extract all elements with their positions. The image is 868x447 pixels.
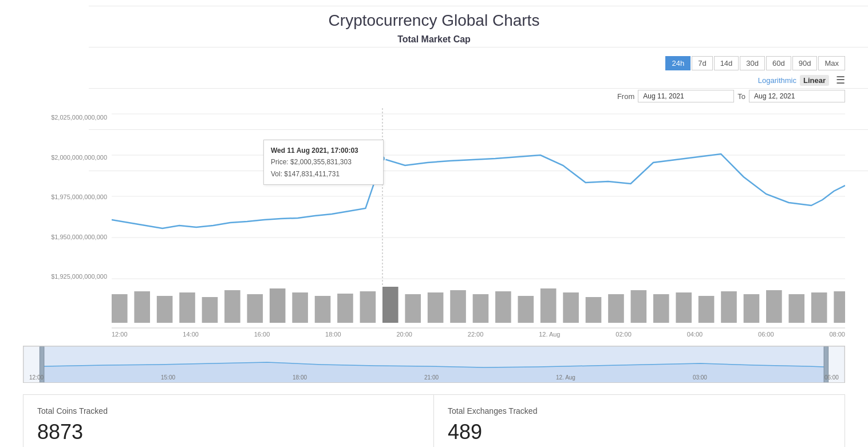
svg-rect-38: [811, 292, 827, 323]
stat-value-0: 8873: [37, 420, 420, 444]
svg-rect-11: [202, 297, 218, 323]
svg-rect-12: [224, 290, 240, 323]
time-labels: 12:00 14:00 16:00 18:00 20:00 22:00 12. …: [23, 329, 845, 340]
time-label-10: 08:00: [829, 331, 845, 338]
main-chart-area: $2,025,000,000,000 $2,000,000,000,000 $1…: [23, 108, 845, 286]
tooltip: Wed 11 Aug 2021, 17:00:03 Price: $2,000,…: [263, 140, 384, 185]
time-label-5: 22:00: [468, 331, 484, 338]
svg-rect-9: [157, 296, 173, 323]
svg-rect-25: [518, 296, 534, 323]
time-label-3: 18:00: [325, 331, 341, 338]
y-label-1: $2,000,000,000,000: [23, 154, 112, 161]
svg-rect-17: [337, 294, 353, 323]
tooltip-vol: Vol: $147,831,411,731: [271, 168, 376, 180]
stat-label-1: Total Exchanges Tracked: [448, 406, 831, 416]
time-label-0: 12:00: [112, 331, 128, 338]
svg-rect-21: [428, 292, 444, 323]
nav-label-6: 06:00: [824, 374, 839, 381]
svg-rect-18: [360, 291, 376, 323]
time-label-1: 14:00: [183, 331, 199, 338]
svg-rect-22: [450, 290, 466, 323]
tooltip-vol-label: Vol:: [271, 170, 282, 178]
svg-rect-26: [540, 288, 557, 323]
svg-rect-27: [563, 292, 579, 323]
svg-rect-31: [653, 294, 669, 323]
svg-rect-29: [608, 294, 624, 323]
y-label-0: $2,025,000,000,000: [23, 114, 112, 121]
stat-label-0: Total Coins Tracked: [37, 406, 420, 416]
svg-rect-30: [631, 290, 647, 323]
volume-chart-area: [112, 286, 845, 329]
stats-grid: Total Coins Tracked 8873 Total Exchanges…: [23, 394, 845, 447]
nav-label-2: 18:00: [293, 374, 307, 381]
svg-rect-24: [495, 291, 511, 323]
svg-rect-37: [788, 294, 804, 323]
svg-rect-39: [834, 291, 845, 323]
nav-time-labels: 12:00 15:00 18:00 21:00 12. Aug 03:00 06…: [23, 374, 845, 381]
nav-label-5: 03:00: [693, 374, 707, 381]
time-label-4: 20:00: [396, 331, 412, 338]
tooltip-price-label: Price:: [271, 158, 289, 166]
svg-rect-14: [270, 288, 286, 323]
y-label-2: $1,975,000,000,000: [23, 193, 112, 200]
stat-card-1: Total Exchanges Tracked 489: [434, 394, 845, 447]
stat-value-1: 489: [448, 420, 831, 444]
time-label-9: 06:00: [758, 331, 774, 338]
time-label-6: 12. Aug: [539, 331, 560, 338]
y-label-4: $1,925,000,000,000: [23, 273, 112, 280]
svg-rect-36: [766, 290, 782, 323]
svg-rect-33: [699, 296, 715, 323]
nav-label-4: 12. Aug: [556, 374, 575, 381]
svg-rect-13: [247, 294, 263, 323]
nav-label-0: 12:00: [29, 374, 44, 381]
stat-card-0: Total Coins Tracked 8873: [23, 394, 434, 447]
y-label-3: $1,950,000,000,000: [23, 234, 112, 240]
time-label-7: 02:00: [616, 331, 632, 338]
nav-label-3: 21:00: [424, 374, 439, 381]
svg-rect-8: [134, 291, 150, 323]
svg-rect-7: [112, 294, 128, 323]
time-label-2: 16:00: [254, 331, 270, 338]
tooltip-date: Wed 11 Aug 2021, 17:00:03: [271, 145, 376, 156]
chart-plot: Wed 11 Aug 2021, 17:00:03 Price: $2,000,…: [112, 108, 845, 286]
svg-rect-16: [315, 296, 331, 323]
svg-rect-23: [473, 294, 489, 323]
svg-rect-28: [586, 297, 602, 323]
line-chart-svg: [112, 108, 845, 286]
svg-rect-35: [744, 294, 760, 323]
svg-rect-34: [721, 291, 737, 323]
navigator-area[interactable]: 12:00 15:00 18:00 21:00 12. Aug 03:00 06…: [23, 346, 845, 383]
y-axis: $2,025,000,000,000 $2,000,000,000,000 $1…: [23, 108, 112, 286]
volume-svg: [112, 286, 845, 329]
svg-rect-15: [292, 292, 308, 323]
time-label-8: 04:00: [687, 331, 703, 338]
tooltip-vol-value: $147,831,411,731: [284, 170, 340, 178]
tooltip-price: Price: $2,000,355,831,303: [271, 156, 376, 168]
svg-rect-19: [382, 287, 399, 323]
svg-rect-10: [179, 292, 195, 323]
svg-rect-20: [405, 294, 421, 323]
svg-rect-32: [676, 292, 692, 323]
nav-label-1: 15:00: [161, 374, 175, 381]
tooltip-price-value: $2,000,355,831,303: [290, 158, 352, 166]
